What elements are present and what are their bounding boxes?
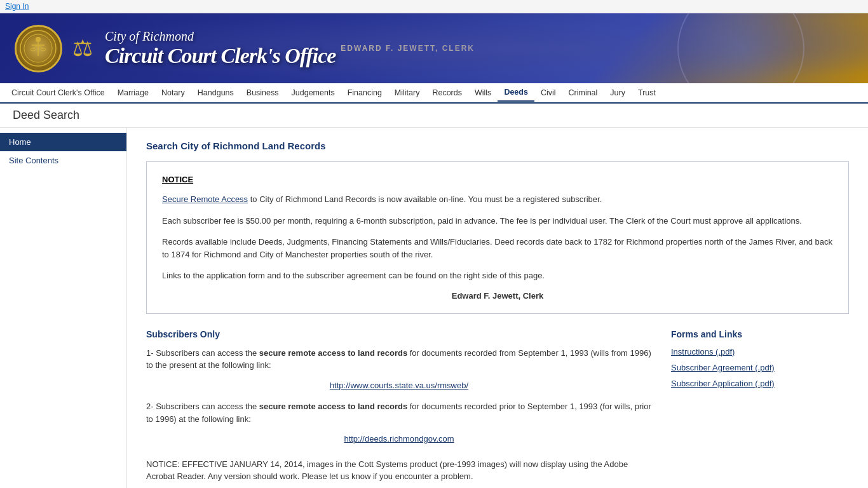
page-layout: Home Site Contents Search City of Richmo… (0, 128, 868, 488)
link2-paragraph: http://deeds.richmondgov.com (146, 433, 652, 445)
nav-item-marriage[interactable]: Marriage (111, 85, 155, 101)
main-content: Search City of Richmond Land Records NOT… (127, 128, 868, 488)
sidebar: Home Site Contents (0, 128, 127, 488)
sidebar-item-site-contents[interactable]: Site Contents (0, 151, 126, 170)
subscribers-column: Subscribers Only 1- Subscribers can acce… (146, 329, 652, 489)
nav-item-criminal[interactable]: Criminal (562, 85, 604, 101)
nav-item-deeds[interactable]: Deeds (498, 84, 534, 102)
nav-item-handguns[interactable]: Handguns (191, 85, 240, 101)
link1-paragraph: http://www.courts.state.va.us/rmsweb/ (146, 379, 652, 392)
deeds-link[interactable]: http://deeds.richmondgov.com (344, 434, 454, 444)
subscribers-p2-bold: secure remote access to land records (259, 402, 407, 411)
subscribers-p2: 2- Subscribers can access the secure rem… (146, 400, 652, 425)
nav-item-military[interactable]: Military (388, 85, 426, 101)
subscriber-agreement-link[interactable]: Subscriber Agreement (.pdf) (671, 363, 849, 372)
banner-clerk: Edward F. Jewett, Clerk (341, 44, 475, 53)
nav-item-civil[interactable]: Civil (534, 85, 562, 101)
instructions-link[interactable]: Instructions (.pdf) (671, 347, 849, 356)
signin-bar: Sign In (0, 0, 868, 13)
section-title: Search City of Richmond Land Records (146, 140, 849, 151)
bg-seal-decoration (677, 13, 804, 83)
notice-p4: Links to the application form and to the… (162, 269, 833, 282)
notice-box: NOTICE Secure Remote Access to City of R… (146, 161, 849, 314)
nav-item-circuit-court[interactable]: Circuit Court Clerk's Office (5, 85, 111, 101)
clerk-signature: Edward F. Jewett, Clerk (162, 291, 833, 301)
rmsweb-link[interactable]: http://www.courts.state.va.us/rmsweb/ (330, 381, 468, 390)
seal (13, 20, 64, 77)
nav-item-trust[interactable]: Trust (632, 85, 662, 101)
nav-item-jury[interactable]: Jury (604, 85, 632, 101)
notice-p2: Each subscriber fee is $50.00 per month,… (162, 215, 833, 227)
nav-item-records[interactable]: Records (426, 85, 468, 101)
subscribers-title: Subscribers Only (146, 329, 652, 339)
notice-bottom: NOTICE: EFFECTIVE JANUARY 14, 2014, imag… (146, 458, 652, 483)
svg-point-4 (36, 37, 41, 42)
banner-office: Circuit Court Clerk's Office (105, 44, 336, 68)
notice-p1-text: to City of Richmond Land Records is now … (248, 194, 602, 204)
signin-link[interactable]: Sign In (5, 2, 29, 11)
subscribers-p1-prefix: 1- Subscribers can access the (146, 348, 259, 358)
subscribers-p2-prefix: 2- Subscribers can access the (146, 402, 259, 411)
main-nav: Circuit Court Clerk's Office Marriage No… (0, 83, 868, 104)
two-col-section: Subscribers Only 1- Subscribers can acce… (146, 329, 849, 489)
nav-item-business[interactable]: Business (240, 85, 285, 101)
subscribers-p1: 1- Subscribers can access the secure rem… (146, 347, 652, 372)
nav-item-wills[interactable]: Wills (468, 85, 498, 101)
forms-links-title: Forms and Links (671, 329, 849, 339)
nav-item-judgements[interactable]: Judgements (285, 85, 341, 101)
secure-remote-access-link[interactable]: Secure Remote Access (162, 194, 248, 204)
banner-text: City of Richmond Circuit Court Clerk's O… (105, 29, 336, 68)
header-banner: ⚖ City of Richmond Circuit Court Clerk's… (0, 13, 868, 83)
svg-point-8 (41, 48, 46, 51)
banner-city: City of Richmond (105, 29, 336, 44)
page-title: Deed Search (0, 104, 868, 128)
nav-item-financing[interactable]: Financing (341, 85, 388, 101)
forms-links-column: Forms and Links Instructions (.pdf) Subs… (671, 329, 849, 489)
notice-heading: NOTICE (162, 175, 833, 184)
seal-circle (15, 25, 62, 72)
svg-point-7 (31, 48, 36, 51)
sidebar-item-home[interactable]: Home (0, 133, 126, 151)
subscriber-application-link[interactable]: Subscriber Application (.pdf) (671, 379, 849, 388)
notice-p3: Records available include Deeds, Judgmen… (162, 236, 833, 261)
notice-p1: Secure Remote Access to City of Richmond… (162, 193, 833, 206)
banner-figure: ⚖ (67, 20, 98, 77)
nav-item-notary[interactable]: Notary (155, 85, 191, 101)
subscribers-p1-bold: secure remote access to land records (259, 348, 407, 358)
